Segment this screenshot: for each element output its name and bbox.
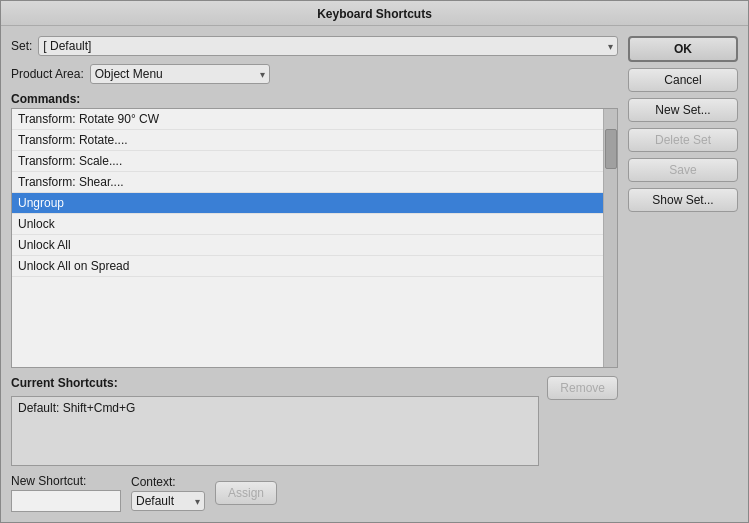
set-label: Set: [11, 39, 32, 53]
current-shortcuts-row: Current Shortcuts: Default: Shift+Cmd+G … [11, 376, 618, 466]
command-item[interactable]: Transform: Rotate.... [12, 130, 603, 151]
new-shortcut-label: New Shortcut: [11, 474, 121, 488]
product-area-label: Product Area: [11, 67, 84, 81]
delete-set-button[interactable]: Delete Set [628, 128, 738, 152]
scrollbar-track[interactable] [603, 109, 617, 367]
set-select[interactable]: [ Default] Custom Set 1 [38, 36, 618, 56]
product-area-select-wrapper: Object Menu Edit Menu File Menu View Men… [90, 64, 270, 84]
product-area-select[interactable]: Object Menu Edit Menu File Menu View Men… [90, 64, 270, 84]
ok-button[interactable]: OK [628, 36, 738, 62]
new-shortcut-row: New Shortcut: Context: Default Tables In… [11, 474, 618, 512]
scrollbar-thumb[interactable] [605, 129, 617, 169]
commands-list-wrapper: Transform: Rotate 90° CW Transform: Rota… [11, 108, 618, 368]
set-select-wrapper: [ Default] Custom Set 1 [38, 36, 618, 56]
show-set-button[interactable]: Show Set... [628, 188, 738, 212]
assign-button[interactable]: Assign [215, 481, 277, 505]
command-item[interactable]: Transform: Rotate 90° CW [12, 109, 603, 130]
new-shortcut-section: New Shortcut: Context: Default Tables In… [11, 474, 618, 512]
remove-button[interactable]: Remove [547, 376, 618, 400]
left-panel: Set: [ Default] Custom Set 1 Product Are… [11, 36, 618, 512]
current-shortcuts-label: Current Shortcuts: [11, 376, 539, 390]
context-select-wrapper: Default Tables In Dialog [131, 491, 205, 511]
set-row: Set: [ Default] Custom Set 1 [11, 36, 618, 56]
current-shortcuts-section: Current Shortcuts: Default: Shift+Cmd+G … [11, 376, 618, 466]
command-item[interactable]: Unlock All on Spread [12, 256, 603, 277]
command-item[interactable]: Unlock All [12, 235, 603, 256]
cancel-button[interactable]: Cancel [628, 68, 738, 92]
context-wrapper: Context: Default Tables In Dialog [131, 475, 205, 511]
assign-btn-wrapper: Assign [215, 481, 277, 505]
command-item[interactable]: Transform: Shear.... [12, 172, 603, 193]
save-button[interactable]: Save [628, 158, 738, 182]
new-set-button[interactable]: New Set... [628, 98, 738, 122]
context-select[interactable]: Default Tables In Dialog [131, 491, 205, 511]
right-panel: OK Cancel New Set... Delete Set Save Sho… [628, 36, 738, 512]
new-shortcut-input[interactable] [11, 490, 121, 512]
command-item[interactable]: Transform: Scale.... [12, 151, 603, 172]
commands-list: Transform: Rotate 90° CW Transform: Rota… [12, 109, 603, 277]
command-item-selected[interactable]: Ungroup [12, 193, 603, 214]
commands-label: Commands: [11, 92, 618, 106]
dialog-title: Keyboard Shortcuts [1, 1, 748, 26]
commands-section: Commands: Transform: Rotate 90° CW Trans… [11, 92, 618, 368]
keyboard-shortcuts-dialog: Keyboard Shortcuts Set: [ Default] Custo… [0, 0, 749, 523]
commands-list-container[interactable]: Transform: Rotate 90° CW Transform: Rota… [12, 109, 603, 367]
product-area-row: Product Area: Object Menu Edit Menu File… [11, 64, 618, 84]
current-shortcuts-box: Default: Shift+Cmd+G [11, 396, 539, 466]
command-item[interactable]: Unlock [12, 214, 603, 235]
context-label: Context: [131, 475, 205, 489]
